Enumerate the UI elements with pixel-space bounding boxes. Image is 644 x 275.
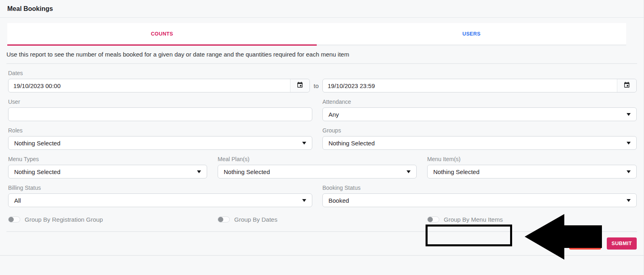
date-to-calendar-button[interactable] [617,79,636,92]
toggle-label: Group By Dates [234,216,278,223]
report-filter-form: Dates to User [0,70,644,223]
group-by-menu-items-switch[interactable] [427,216,439,223]
submit-button[interactable]: SUBMIT [607,237,637,250]
toggle-group-by-registration-group[interactable]: Group By Registration Group [8,216,207,223]
menu-types-dropdown[interactable]: Nothing Selected [8,165,207,178]
calendar-icon [623,82,630,90]
toggle-knob [428,217,433,222]
toggle-label: Group By Menu Items [444,216,503,223]
tab-users[interactable]: USERS [317,23,626,46]
groups-dropdown[interactable]: Nothing Selected [322,136,637,150]
menu-types-value: Nothing Selected [14,168,60,175]
meal-plans-label: Meal Plan(s) [218,156,417,162]
date-from-field [8,79,310,92]
date-to-input[interactable] [323,79,617,92]
section-divider [6,63,637,64]
date-to-field [322,79,637,92]
meal-bookings-page: Meal Bookings COUNTS USERS Use this repo… [0,0,644,275]
date-from-input[interactable] [8,79,290,92]
cancel-button[interactable]: CANCEL [569,237,601,250]
caret-down-icon [197,170,201,173]
roles-groups-row: Nothing Selected Nothing Selected [8,136,637,150]
meal-plans-value: Nothing Selected [224,168,270,175]
booking-status-label: Booking Status [322,185,637,191]
page-title: Meal Bookings [7,5,53,13]
caret-down-icon [627,142,631,145]
dates-label: Dates [8,70,637,76]
tab-counts-label: COUNTS [151,31,173,37]
billing-status-dropdown[interactable]: All [8,193,312,207]
attendance-label: Attendance [322,99,637,105]
tab-users-label: USERS [462,31,481,37]
date-from-calendar-button[interactable] [290,79,309,92]
menu-types-label: Menu Types [8,156,207,162]
booking-status-dropdown[interactable]: Booked [322,193,637,207]
caret-down-icon [627,199,631,202]
toggle-label: Group By Registration Group [25,216,103,223]
user-input[interactable] [8,108,312,121]
roles-dropdown[interactable]: Nothing Selected [8,136,312,150]
menu-row: Nothing Selected Nothing Selected Nothin… [8,165,637,178]
user-attendance-labels: User Attendance [8,92,637,107]
tab-counts[interactable]: COUNTS [7,23,317,46]
roles-groups-labels: Roles Groups [8,121,637,136]
calendar-icon [297,82,303,90]
menu-labels: Menu Types Meal Plan(s) Menu Item(s) [8,150,637,165]
bottom-divider [0,255,644,256]
date-range-separator: to [310,82,322,89]
attendance-value: Any [328,111,339,118]
group-by-toggles-row: Group By Registration Group Group By Dat… [8,216,637,223]
roles-label: Roles [8,127,312,134]
roles-value: Nothing Selected [14,140,60,147]
billing-status-value: All [14,197,21,204]
groups-value: Nothing Selected [328,140,375,147]
booking-status-value: Booked [328,197,349,204]
caret-down-icon [627,170,631,173]
menu-items-label: Menu Item(s) [427,156,637,162]
attendance-dropdown[interactable]: Any [322,107,637,121]
toggle-group-by-dates[interactable]: Group By Dates [218,216,417,223]
group-by-registration-group-switch[interactable] [8,216,20,223]
caret-down-icon [302,199,306,202]
dates-row: to [8,79,637,92]
meal-plans-dropdown[interactable]: Nothing Selected [218,165,417,178]
report-description: Use this report to see the number of mea… [6,51,637,58]
toggle-knob [218,217,223,222]
menu-items-value: Nothing Selected [433,168,479,175]
user-field [8,107,312,121]
action-buttons: CANCEL SUBMIT [0,232,644,250]
caret-down-icon [302,142,306,145]
toggle-knob [8,217,14,222]
user-attendance-row: Any [8,107,637,121]
caret-down-icon [407,170,411,173]
groups-label: Groups [322,127,637,134]
status-labels: Billing Status Booking Status [8,178,637,193]
toggle-group-by-menu-items[interactable]: Group By Menu Items [427,216,637,223]
menu-items-dropdown[interactable]: Nothing Selected [427,165,637,178]
group-by-dates-switch[interactable] [218,216,230,223]
billing-status-label: Billing Status [8,185,312,191]
user-label: User [8,99,312,105]
caret-down-icon [627,113,631,116]
status-row: All Booked [8,193,637,207]
page-header: Meal Bookings [0,0,644,18]
report-tabs: COUNTS USERS [7,23,626,46]
